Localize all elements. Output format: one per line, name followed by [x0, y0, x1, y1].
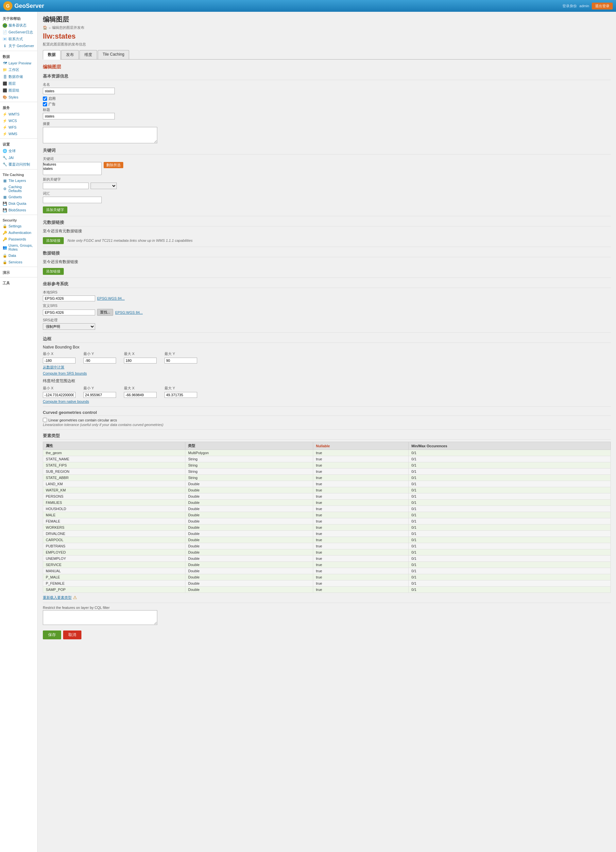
- sidebar-label-about: 关于 GeoServer: [9, 44, 34, 48]
- advertised-checkbox[interactable]: [43, 102, 47, 106]
- save-button[interactable]: 保存: [43, 630, 61, 639]
- section-edit-layer: 编辑图层: [43, 64, 611, 70]
- cell-name: CARPOOL: [43, 537, 185, 543]
- sidebar-item-server-status[interactable]: ● 服务器状态: [0, 22, 37, 29]
- cell-type: String: [185, 456, 313, 462]
- find-srs-button[interactable]: 置找...: [97, 309, 113, 316]
- sidebar-item-caching-defaults[interactable]: ⚙ Caching Defaults: [0, 184, 37, 194]
- reload-row: 重新载入要素类型 ⚠: [43, 595, 611, 600]
- latlon-max-y-input[interactable]: [164, 392, 197, 398]
- native-min-x-input[interactable]: [43, 358, 75, 364]
- sidebar-item-datastores[interactable]: 🗄 数据存储: [0, 73, 37, 80]
- sidebar-item-jai[interactable]: 🔧 JAI: [0, 154, 37, 161]
- new-keyword-input[interactable]: [43, 183, 89, 189]
- native-max-x-input[interactable]: [124, 358, 157, 364]
- declared-srs-row: 宣义SRS 置找... EPSG:WGS 84...: [43, 303, 611, 316]
- srs-handling-select[interactable]: 强制声明: [43, 323, 95, 330]
- divider-6: [0, 267, 37, 267]
- cql-filter-textarea[interactable]: [43, 610, 157, 625]
- latlon-max-x-input[interactable]: [124, 392, 157, 398]
- breadcrumb-home-icon[interactable]: 🏠: [43, 26, 47, 30]
- sidebar-label-global: 全球: [9, 148, 16, 153]
- cell-type: Double: [185, 562, 313, 568]
- cell-name: UNEMPLOY: [43, 556, 185, 562]
- sidebar-item-passwords[interactable]: 🔑 Passwords: [0, 236, 37, 242]
- wmts-icon: ⚡: [3, 112, 7, 116]
- latlon-min-y-input[interactable]: [83, 392, 116, 398]
- sidebar-item-services-security[interactable]: 🔒 Services: [0, 259, 37, 265]
- logout-button[interactable]: 退出登录: [592, 3, 613, 9]
- declared-srs-link[interactable]: EPSG:WGS 84...: [115, 311, 143, 314]
- name-input[interactable]: [43, 88, 115, 94]
- compute-from-srs-link[interactable]: Compute from SRS bounds: [43, 372, 87, 375]
- sidebar-label-blobstores: BlobStores: [9, 208, 26, 212]
- sidebar-item-gridsets[interactable]: ▦ Gridsets: [0, 194, 37, 200]
- tab-tile-caching[interactable]: Tile Caching: [98, 50, 129, 59]
- cell-nullable: true: [313, 475, 409, 481]
- gridsets-icon: ▦: [3, 195, 7, 199]
- table-row: SAMP_POP Double true 0/1: [43, 587, 611, 593]
- sidebar-item-workspace[interactable]: 📁 工作区: [0, 66, 37, 73]
- breadcrumb: 🏠 » 编辑您的图层并发布: [43, 25, 611, 30]
- sidebar-item-geoserver-log[interactable]: 📄 GeoServer日志: [0, 29, 37, 36]
- add-keyword-button[interactable]: 添加关键字: [43, 207, 67, 213]
- tab-data[interactable]: 数据: [43, 50, 60, 60]
- sidebar-item-blobstores[interactable]: 💾 BlobStores: [0, 207, 37, 213]
- title-label: 标题: [43, 107, 611, 112]
- sidebar-item-contact[interactable]: 📧 联系方式: [0, 36, 37, 42]
- cancel-button[interactable]: 取消: [63, 630, 81, 639]
- breadcrumb-subtitle: 编辑您的图层并发布: [52, 25, 84, 30]
- sidebar-item-global[interactable]: 🌐 全球: [0, 148, 37, 154]
- hr-5: [43, 406, 611, 407]
- remove-keywords-button[interactable]: 删除所选: [104, 162, 123, 168]
- wfs-icon: ⚡: [3, 125, 7, 130]
- abstract-textarea[interactable]: [43, 127, 157, 143]
- native-max-y-input[interactable]: [164, 358, 197, 364]
- sidebar-label-disk-quota: Disk Quota: [9, 202, 26, 205]
- add-data-link-button[interactable]: 添加链接: [43, 268, 64, 275]
- sidebar-item-wmts[interactable]: ⚡ WMTS: [0, 111, 37, 118]
- sidebar-item-data-security[interactable]: 🔒 Data: [0, 252, 37, 259]
- username-link[interactable]: admin: [579, 4, 589, 8]
- native-srs-input[interactable]: [43, 295, 95, 301]
- add-metadata-button[interactable]: 添加链接: [43, 237, 64, 244]
- sidebar-item-security-settings[interactable]: 🔒 Settings: [0, 223, 37, 230]
- col-nullable: Nullable: [313, 442, 409, 450]
- compute-from-native-link[interactable]: Compute from native bounds: [43, 399, 89, 403]
- enabled-checkbox[interactable]: [43, 97, 47, 101]
- sidebar-item-authentication[interactable]: 🔑 Authentication: [0, 230, 37, 236]
- cell-minmax: 0/1: [409, 450, 611, 456]
- compute-native-link[interactable]: 从数据中计算: [43, 365, 65, 369]
- latlon-min-x-input[interactable]: [43, 392, 75, 398]
- native-srs-link[interactable]: EPSG:WGS 84...: [97, 296, 125, 301]
- tab-publish[interactable]: 发布: [61, 50, 79, 59]
- cell-nullable: true: [313, 556, 409, 562]
- vocabulary-select[interactable]: [90, 183, 117, 189]
- declared-srs-input[interactable]: [43, 310, 95, 316]
- sidebar-item-styles[interactable]: 🎨 Styles: [0, 94, 37, 100]
- cell-name: PERSONS: [43, 493, 185, 500]
- cell-nullable: true: [313, 481, 409, 487]
- sidebar-item-coverage-access[interactable]: 🔧 覆盖访问控制: [0, 161, 37, 168]
- cell-minmax: 0/1: [409, 462, 611, 468]
- sidebar-item-layers[interactable]: ⬛ 图层: [0, 80, 37, 87]
- sidebar-item-users[interactable]: 👥 Users, Groups, Roles: [0, 242, 37, 252]
- security-settings-icon: 🔒: [3, 224, 7, 228]
- sidebar-item-wms[interactable]: ⚡ WMS: [0, 131, 37, 137]
- sidebar-item-about[interactable]: ℹ 关于 GeoServer: [0, 42, 37, 50]
- sidebar-item-wcs[interactable]: ⚡ WCS: [0, 118, 37, 124]
- curved-checkbox[interactable]: [43, 418, 47, 422]
- sidebar-item-wfs[interactable]: ⚡ WFS: [0, 124, 37, 131]
- sidebar-label-tile-layers: Tile Layers: [9, 179, 26, 183]
- sidebar-item-layergroups[interactable]: ⬛ 图层组: [0, 87, 37, 94]
- cell-type: Double: [185, 487, 313, 493]
- title-input[interactable]: [43, 113, 115, 119]
- keywords-select[interactable]: features states: [43, 162, 102, 175]
- vocabulary-input[interactable]: [43, 196, 102, 203]
- sidebar-item-tile-layers[interactable]: ▦ Tile Layers: [0, 177, 37, 184]
- native-min-y-input[interactable]: [83, 358, 116, 364]
- sidebar-item-disk-quota[interactable]: 💾 Disk Quota: [0, 200, 37, 207]
- tab-dimensions[interactable]: 维度: [80, 50, 97, 59]
- sidebar-item-layer-preview[interactable]: 🗺 Layer Preview: [0, 60, 37, 66]
- reload-feature-type-link[interactable]: 重新载入要素类型: [43, 595, 72, 600]
